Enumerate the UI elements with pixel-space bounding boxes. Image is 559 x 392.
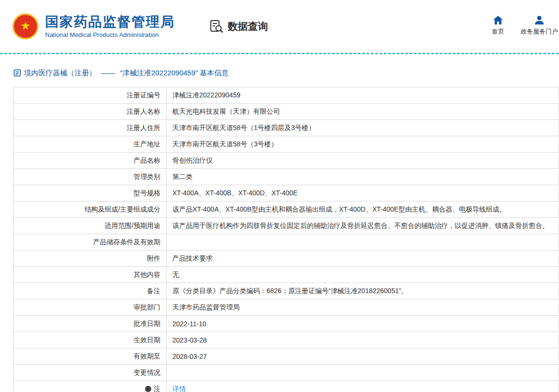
row-label: 注册人名称 (14, 104, 167, 120)
row-label: 产品名称 (14, 153, 167, 169)
row-value: 详情 (167, 381, 559, 392)
row-value: 产品技术要求 (167, 250, 559, 267)
detail-link[interactable]: 详情 (172, 385, 186, 392)
agency-name-zh: 国家药品监督管理局 (45, 14, 175, 30)
row-label: 型号规格 (14, 185, 167, 202)
header-right-nav: 首页 政务服务门户 (492, 15, 558, 36)
table-row: 生产地址 天津市南开区航天道58号（3号楼） (14, 136, 559, 153)
table-row: 型号规格 XT-400A、XT-400B、XT-400D、XT-400E (14, 185, 559, 202)
table-row: 有效期至 2028-03-27 (14, 348, 559, 365)
row-value: XT-400A、XT-400B、XT-400D、XT-400E (167, 185, 559, 202)
row-label: 备注 (14, 283, 167, 299)
breadcrumb-section[interactable]: 境内医疗器械（注册） (24, 68, 96, 78)
row-label: 生效日期 (14, 332, 167, 348)
home-nav[interactable]: 首页 (492, 15, 504, 36)
table-row: 产品名称 骨创伤治疗仪 (14, 153, 559, 169)
breadcrumb-title: “津械注准20222090459” 基本信息 (120, 68, 229, 78)
info-table-body: 注册证编号 津械注准20222090459 注册人名称 航天光电科技发展（天津）… (14, 87, 559, 392)
row-label: 其他内容 (14, 267, 167, 283)
table-row: 注册人住所 天津市南开区航天道58号（1号楼四层及3号楼） (14, 120, 559, 136)
table-row: 审批部门 天津市药品监督管理局 (14, 299, 559, 316)
row-value: 天津市药品监督管理局 (167, 299, 559, 316)
row-value: 2022-11-10 (167, 316, 559, 332)
table-row: 注册证编号 津械注准20222090459 (14, 87, 559, 104)
row-value: 原《分类目录》产品分类编码：6826；原注册证编号“津械注准2018226005… (167, 283, 559, 299)
table-row: 管理类别 第二类 (14, 169, 559, 185)
row-label: 有效期至 (14, 348, 167, 365)
agency-title-block: 国家药品监督管理局 National Medical Products Admi… (45, 14, 175, 38)
row-label: 注册证编号 (14, 87, 167, 104)
row-value: 第二类 (167, 169, 559, 185)
table-row: 生效日期 2023-03-28 (14, 332, 559, 348)
document-icon (13, 69, 21, 77)
table-row: 附件 产品技术要求 (14, 250, 559, 267)
data-query-nav[interactable]: 数据查询 (209, 19, 268, 34)
table-row: 其他内容 无 (14, 267, 559, 283)
note-icon (145, 386, 151, 392)
row-label: 适用范围/预期用途 (14, 218, 167, 234)
row-label: 结构及组成/主要组成成分 (14, 202, 167, 218)
portal-label: 政务服务门户 (521, 27, 558, 36)
row-value: 航天光电科技发展（天津）有限公司 (167, 104, 559, 120)
info-table: 注册证编号 津械注准20222090459 注册人名称 航天光电科技发展（天津）… (13, 87, 559, 392)
national-emblem-logo: ★ (12, 13, 38, 39)
row-value (167, 365, 559, 381)
page: ★ 国家药品监督管理局 National Medical Products Ad… (0, 0, 559, 392)
row-label: 管理类别 (14, 169, 167, 185)
row-label: 批准日期 (14, 316, 167, 332)
home-label: 首页 (492, 27, 504, 36)
table-row: 变更情况 (14, 365, 559, 381)
row-value: 天津市南开区航天道58号（1号楼四层及3号楼） (167, 120, 559, 136)
portal-nav[interactable]: 政务服务门户 (521, 15, 558, 36)
row-label: 变更情况 (14, 365, 167, 381)
site-header: ★ 国家药品监督管理局 National Medical Products Ad… (0, 0, 559, 53)
row-value: 2028-03-27 (167, 348, 559, 365)
dashed-divider (0, 53, 559, 54)
row-label: 注册人住所 (14, 120, 167, 136)
table-row: 适用范围/预期用途 该产品用于医疗机构作为四肢骨折复位固定后的辅助治疗及骨折延迟… (14, 218, 559, 234)
row-label: 附件 (14, 250, 167, 267)
table-row: 注册人名称 航天光电科技发展（天津）有限公司 (14, 104, 559, 120)
row-value: 该产品用于医疗机构作为四肢骨折复位固定后的辅助治疗及骨折延迟愈合、不愈合的辅助治… (167, 218, 559, 234)
home-icon (493, 15, 503, 25)
row-value: 该产品XT-400A、XT-400B型由主机和耦合器输出组成，XT-400D、X… (167, 202, 559, 218)
row-value: 无 (167, 267, 559, 283)
row-value (167, 234, 559, 250)
row-label: 注 (14, 381, 167, 392)
user-icon (535, 15, 544, 25)
table-row: 结构及组成/主要组成成分 该产品XT-400A、XT-400B型由主机和耦合器输… (14, 202, 559, 218)
breadcrumb: 境内医疗器械（注册） —— “津械注准20222090459” 基本信息 (13, 68, 559, 78)
breadcrumb-dash: —— (101, 68, 115, 78)
row-value: 2023-03-28 (167, 332, 559, 348)
data-query-icon (209, 19, 224, 34)
table-row: 注 详情 (14, 381, 559, 392)
row-value: 天津市南开区航天道58号（3号楼） (167, 136, 559, 153)
row-value: 津械注准20222090459 (167, 87, 559, 104)
emblem-star-icon: ★ (20, 20, 31, 32)
table-row: 批准日期 2022-11-10 (14, 316, 559, 332)
table-row: 备注 原《分类目录》产品分类编码：6826；原注册证编号“津械注准2018226… (14, 283, 559, 299)
agency-name-en: National Medical Products Administration (45, 31, 175, 38)
table-row: 产品储存条件及有效期 (14, 234, 559, 250)
row-label: 生产地址 (14, 136, 167, 153)
row-label: 审批部门 (14, 299, 167, 316)
row-value: 骨创伤治疗仪 (167, 153, 559, 169)
data-query-label: 数据查询 (228, 20, 268, 33)
row-label: 产品储存条件及有效期 (14, 234, 167, 250)
